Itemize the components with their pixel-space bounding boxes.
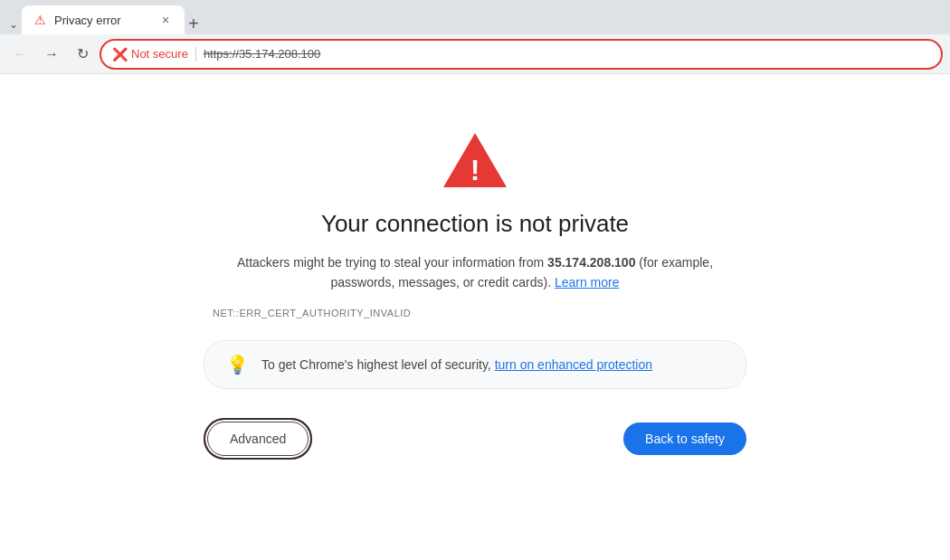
not-secure-badge: ❌ Not secure: [112, 47, 188, 62]
chevron-down-icon: ⌄: [9, 18, 18, 31]
domain-text: 35.174.208.100: [547, 255, 635, 270]
not-secure-icon: ❌: [112, 47, 128, 62]
new-tab-button[interactable]: +: [188, 14, 199, 34]
error-page: ! Your connection is not private Attacke…: [0, 74, 950, 560]
description-start: Attackers might be trying to steal your …: [237, 255, 547, 270]
main-heading: Your connection is not private: [321, 210, 629, 238]
browser-toolbar: ← → ↻ ❌ Not secure https://35.174.208.10…: [0, 34, 950, 74]
tab-close-button[interactable]: ×: [157, 12, 174, 28]
enhanced-protection-link[interactable]: turn on enhanced protection: [495, 357, 652, 372]
forward-button[interactable]: →: [38, 41, 65, 68]
advanced-btn-highlight: Advanced: [204, 418, 312, 460]
security-box-text: To get Chrome's highest level of securit…: [261, 357, 652, 372]
address-bar-divider: [195, 47, 196, 62]
svg-text:!: !: [470, 154, 480, 186]
address-bar[interactable]: ❌ Not secure https://35.174.208.100: [100, 39, 943, 70]
not-secure-label: Not secure: [131, 47, 188, 61]
security-box: 💡 To get Chrome's highest level of secur…: [204, 340, 746, 389]
back-button[interactable]: ←: [7, 41, 34, 68]
lightbulb-icon: 💡: [226, 354, 249, 375]
tab-favicon: ⚠: [33, 13, 47, 27]
warning-triangle-icon: !: [439, 128, 511, 192]
active-tab: ⚠ Privacy error ×: [22, 5, 185, 34]
url-display: https://35.174.208.100: [204, 47, 320, 61]
back-to-safety-button[interactable]: Back to safety: [623, 422, 746, 455]
description: Attackers might be trying to steal your …: [213, 252, 737, 293]
learn-more-link[interactable]: Learn more: [555, 275, 620, 289]
refresh-button[interactable]: ↻: [69, 41, 96, 68]
tab-title: Privacy error: [54, 14, 150, 27]
button-row: Advanced Back to safety: [204, 418, 746, 460]
error-code: NET::ERR_CERT_AUTHORITY_INVALID: [213, 308, 411, 318]
advanced-button[interactable]: Advanced: [207, 422, 309, 456]
tab-list-button[interactable]: ⌄: [5, 14, 22, 34]
